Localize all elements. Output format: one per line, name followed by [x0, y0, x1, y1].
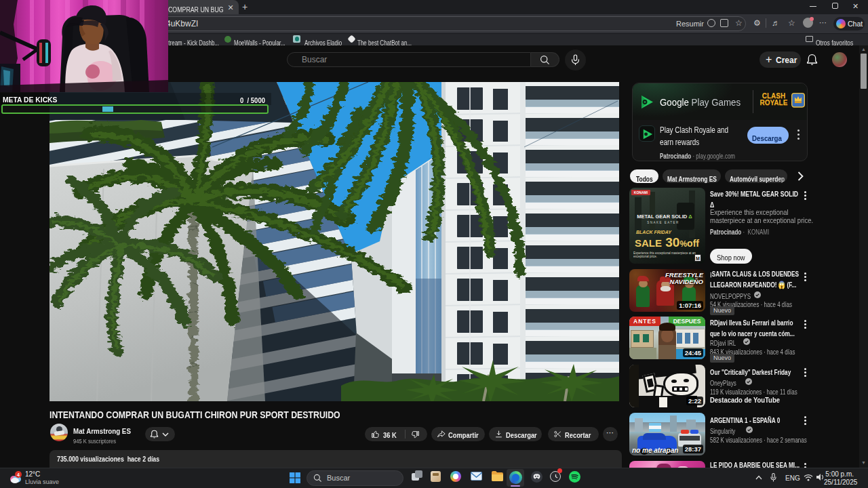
svg-text:4: 4 [17, 472, 20, 477]
